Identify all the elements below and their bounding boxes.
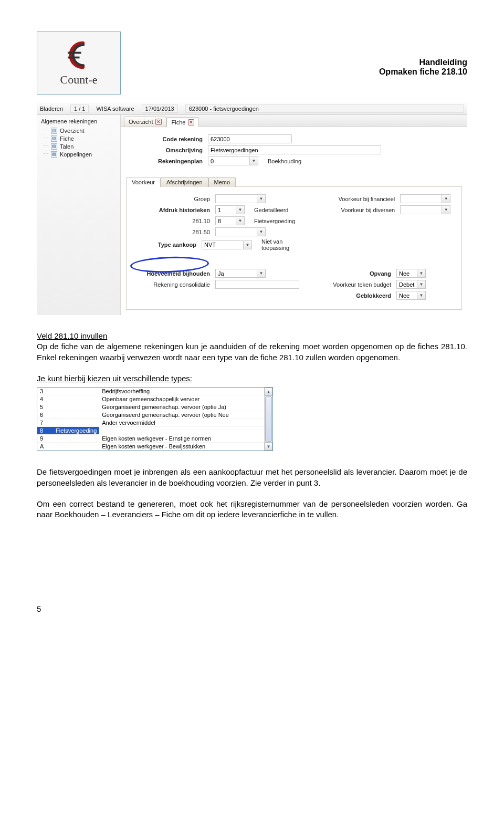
form-node-icon: ▤ (51, 135, 57, 142)
input-rekening-consolidatie[interactable] (215, 280, 299, 289)
select-voorkeur-teken-budget[interactable]: ▼ (396, 280, 426, 289)
sidebar-item-label: Overzicht (60, 128, 84, 134)
sidebar-item-koppelingen[interactable]: ⋯ ▤ Koppelingen (42, 150, 118, 158)
scroll-thumb[interactable] (265, 396, 272, 442)
select-value[interactable] (215, 194, 257, 203)
select-value[interactable] (396, 280, 417, 289)
form-node-icon: ▤ (51, 128, 57, 134)
label-hoeveelheid-bijhouden: Hoeveelheid bijhouden (134, 270, 210, 277)
list-item-code: 8 (37, 427, 53, 435)
scroll-up-icon[interactable]: ▲ (265, 388, 272, 396)
subtab-memo[interactable]: Memo (208, 177, 236, 187)
select-geblokkeerd[interactable]: ▼ (396, 291, 426, 300)
label-rekening-consolidatie: Rekening consolidatie (134, 281, 210, 288)
list-item-label: Georganiseerd gemeenschap. vervoer (opti… (99, 411, 272, 419)
tab-fiche[interactable]: Fiche ✕ (166, 117, 199, 127)
select-value[interactable] (396, 291, 417, 300)
types-listbox[interactable]: 3Bedrijfsvoorheffing4Openbaar gemeenscha… (37, 387, 273, 451)
subtab-afschrijvingen[interactable]: Afschrijvingen (161, 177, 208, 187)
28110-extra: Fietsvergoeding (254, 218, 295, 224)
label-omschrijving: Omschrijving (129, 147, 203, 153)
list-item-label: Georganiseerd gemeenschap. vervoer (opti… (99, 403, 272, 411)
scrollbar[interactable]: ▲ ▼ (264, 388, 272, 451)
toolbar-source: WISA software (96, 106, 134, 112)
list-item[interactable]: 4Openbaar gemeenschappelijk vervoer (37, 395, 272, 403)
select-value[interactable] (215, 205, 236, 214)
list-item[interactable]: 5Georganiseerd gemeenschap. vervoer (opt… (37, 403, 272, 411)
list-item[interactable]: 8Fietsvergoeding (37, 427, 99, 435)
chevron-down-icon[interactable]: ▼ (417, 269, 426, 278)
chevron-down-icon[interactable]: ▼ (236, 205, 245, 214)
select-afdruk-historieken[interactable]: ▼ (215, 205, 245, 214)
chevron-down-icon[interactable]: ▼ (257, 227, 266, 236)
select-28150[interactable]: ▼ (215, 227, 266, 236)
input-omschrijving[interactable] (208, 145, 381, 154)
paragraph: De fietsvergoedingen moet je inbrengen a… (37, 467, 467, 488)
list-item-label: Fietsvergoeding (53, 427, 99, 435)
select-opvang[interactable]: ▼ (396, 269, 426, 278)
chevron-down-icon[interactable]: ▼ (257, 269, 266, 278)
list-item[interactable]: 6Georganiseerd gemeenschap. vervoer (opt… (37, 411, 272, 419)
sidebar-item-talen[interactable]: ⋯ ▤ Talen (42, 142, 118, 150)
form-node-icon: ▤ (51, 151, 57, 158)
chevron-down-icon[interactable]: ▼ (442, 205, 450, 214)
select-type-aankoop[interactable]: ▼ (202, 240, 252, 249)
chevron-down-icon[interactable]: ▼ (417, 280, 426, 289)
select-voorkeur-financieel[interactable]: ▼ (400, 194, 450, 203)
input-code-rekening[interactable] (208, 134, 292, 143)
chevron-down-icon[interactable]: ▼ (244, 240, 252, 249)
type-extra: Niet van toepassing (261, 238, 303, 251)
select-voorkeur-diversen[interactable]: ▼ (400, 205, 450, 214)
list-item[interactable]: 7Ander vervoermiddel (37, 419, 272, 427)
select-28110[interactable]: ▼ (215, 216, 245, 225)
chevron-down-icon[interactable]: ▼ (417, 291, 426, 300)
list-item[interactable]: AEigen kosten werkgever - Bewijsstukken (37, 443, 272, 451)
tree-dash-icon: ⋯ (43, 135, 48, 142)
toolbar-date: 17/01/2013 (142, 104, 178, 113)
list-item[interactable]: 3Bedrijfsvoorheffing (37, 388, 272, 395)
label-voorkeur-teken-budget: Voorkeur teken budget (315, 281, 391, 288)
select-value[interactable] (215, 269, 257, 278)
subtab-label: Afschrijvingen (166, 179, 202, 185)
close-icon[interactable]: ✕ (155, 119, 162, 125)
select-groep[interactable]: ▼ (215, 194, 266, 203)
main-tabstrip: Overzicht ✕ Fiche ✕ (121, 115, 467, 127)
subtab-voorkeur[interactable]: Voorkeur (126, 177, 161, 187)
sidebar-item-overzicht[interactable]: ⋯ ▤ Overzicht (42, 127, 118, 134)
select-rekeningenplan[interactable]: ▼ (208, 156, 258, 165)
label-groep: Groep (134, 196, 210, 202)
sidebar-item-fiche[interactable]: ⋯ ▤ Fiche (42, 134, 118, 142)
label-voorkeur-diversen: Voorkeur bij diversen (319, 207, 395, 213)
toolbar-pager[interactable]: 1 / 1 (70, 104, 89, 113)
label-rekeningenplan: Rekeningenplan (129, 158, 203, 164)
paragraph: Op de fiche van de algemene rekeningen k… (37, 341, 467, 363)
select-value[interactable] (400, 194, 442, 203)
chevron-down-icon[interactable]: ▼ (236, 216, 245, 225)
label-opvang: Opvang (315, 270, 391, 277)
select-value[interactable] (215, 227, 257, 236)
sidebar: Algemene rekeningen ⋯ ▤ Overzicht ⋯ ▤ Fi… (37, 115, 121, 315)
chevron-down-icon[interactable]: ▼ (257, 194, 266, 203)
select-hoeveelheid-bijhouden[interactable]: ▼ (215, 269, 266, 278)
doc-title-2: Opmaken fiche 218.10 (379, 67, 467, 77)
select-value[interactable] (396, 269, 417, 278)
close-icon[interactable]: ✕ (188, 119, 194, 125)
page-number: 5 (37, 604, 467, 613)
doc-header: Handleiding Opmaken fiche 218.10 (379, 58, 467, 77)
select-value[interactable] (400, 205, 442, 214)
select-value[interactable] (208, 156, 250, 165)
list-item[interactable]: 9Eigen kosten werkgever - Ernstige norme… (37, 435, 272, 443)
chevron-down-icon[interactable]: ▼ (250, 156, 258, 165)
chevron-down-icon[interactable]: ▼ (442, 194, 450, 203)
section-heading: Veld 281.10 invullen (37, 331, 467, 341)
toolbar-browse-label: Bladeren (40, 106, 63, 112)
hist-extra: Gedetailleerd (254, 207, 288, 213)
select-value[interactable] (202, 240, 244, 249)
scroll-down-icon[interactable]: ▼ (265, 442, 272, 451)
select-value[interactable] (215, 216, 236, 225)
label-code-rekening: Code rekening (129, 136, 203, 142)
list-item-code: 5 (37, 403, 99, 411)
tree-dash-icon: ⋯ (43, 151, 48, 158)
list-item-label: Ander vervoermiddel (99, 419, 272, 427)
tab-overzicht[interactable]: Overzicht ✕ (124, 117, 166, 127)
